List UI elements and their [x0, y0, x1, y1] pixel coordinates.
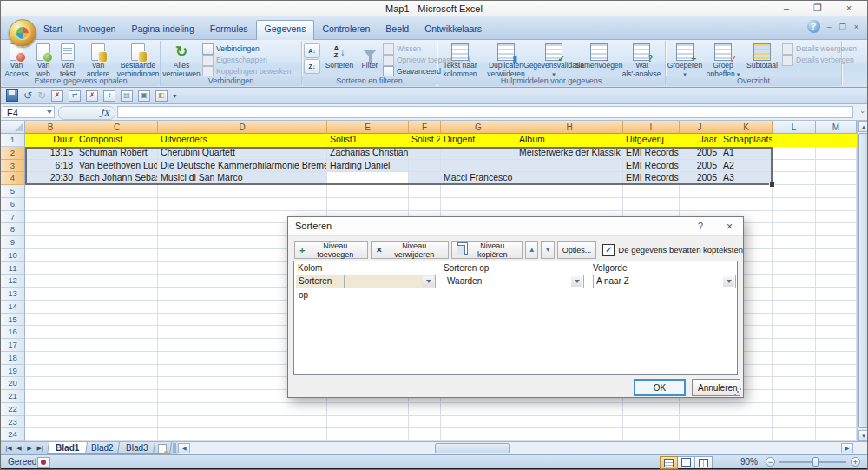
cell-D2[interactable]: Cherubini Quartett — [158, 147, 327, 160]
cell-B2[interactable]: 13:15 — [25, 147, 76, 160]
cell-B9[interactable] — [25, 236, 76, 249]
print-preview-icon[interactable]: ▤ — [121, 90, 133, 102]
cell-K3[interactable]: A2 — [720, 160, 773, 173]
cell-D3[interactable]: Die Deutsche Kammerphilarmonie Bremen — [158, 160, 327, 173]
copy-level-button[interactable]: Niveau kopiëren — [451, 241, 523, 259]
fill-color-icon[interactable]: ◧ — [155, 90, 168, 102]
workbook-close-icon[interactable]: × — [854, 23, 858, 31]
cell-H4[interactable] — [516, 172, 623, 185]
column-header-B[interactable]: B — [25, 121, 76, 134]
cell-G5[interactable] — [441, 185, 516, 198]
cell-I1[interactable]: Uitgeverij — [623, 134, 680, 147]
cell-L6[interactable] — [773, 198, 816, 211]
cell-I24[interactable] — [623, 428, 680, 441]
save-icon[interactable] — [6, 89, 18, 102]
cell-B18[interactable] — [25, 352, 76, 365]
tab-pagina-indeling[interactable]: Pagina-indeling — [123, 20, 201, 40]
cell-B19[interactable] — [25, 365, 76, 378]
macro-record-icon[interactable] — [37, 457, 50, 468]
cell-C6[interactable] — [76, 198, 158, 211]
cell-K22[interactable] — [720, 403, 773, 416]
cell-M8[interactable] — [816, 223, 857, 236]
dialog-close-icon[interactable]: × — [727, 221, 733, 233]
cell-M6[interactable] — [816, 198, 857, 211]
ok-button[interactable]: OK — [634, 379, 686, 396]
cell-C15[interactable] — [76, 314, 158, 327]
cell-B3[interactable]: 6:18 — [25, 160, 76, 173]
cell-K6[interactable] — [720, 198, 773, 211]
minimize-icon[interactable]: – — [780, 3, 792, 14]
row-header-2[interactable]: 2 — [1, 147, 25, 160]
insert-function-button[interactable]: ƒx — [58, 106, 115, 120]
cell-L22[interactable] — [773, 403, 816, 416]
row-header-9[interactable]: 9 — [1, 236, 25, 249]
cell-M13[interactable] — [816, 288, 857, 301]
tab-beeld[interactable]: Beeld — [378, 20, 417, 40]
cell-D24[interactable] — [158, 428, 327, 441]
cell-B1[interactable]: Duur — [25, 134, 76, 147]
row-header-24[interactable]: 24 — [1, 428, 25, 441]
row-header-10[interactable]: 10 — [1, 249, 25, 262]
workbook-minimize-icon[interactable]: – — [827, 23, 832, 31]
cancel-button[interactable]: Annuleren — [692, 379, 740, 396]
insert-cells-icon[interactable]: ⇄ — [69, 90, 81, 102]
duplicaten-verwijderen-button[interactable]: Duplicaten verwijderen — [483, 42, 529, 79]
cell-I6[interactable] — [623, 198, 680, 211]
prev-sheet-icon[interactable]: ◀ — [15, 445, 23, 452]
fill-handle[interactable] — [769, 182, 775, 188]
page-layout-view-button[interactable] — [677, 456, 695, 469]
cell-C14[interactable] — [76, 301, 158, 314]
dropdown-chevron-icon[interactable] — [571, 276, 582, 287]
cell-B12[interactable] — [25, 275, 76, 288]
cell-F24[interactable] — [409, 428, 441, 441]
cell-L5[interactable] — [773, 185, 816, 198]
formula-input[interactable] — [117, 106, 853, 118]
cell-E2[interactable]: Zacharias Christian — [327, 147, 409, 160]
resize-grip[interactable] — [734, 388, 741, 395]
groep-opheffen-button[interactable]: Groep opheffen — [704, 42, 742, 79]
row-header-8[interactable]: 8 — [1, 223, 25, 236]
cell-B16[interactable] — [25, 326, 76, 339]
cell-M16[interactable] — [816, 326, 857, 339]
row-header-23[interactable]: 23 — [1, 416, 25, 429]
cell-B4[interactable]: 20:30 — [25, 172, 76, 185]
sort-order-dropdown[interactable]: A naar Z — [593, 275, 736, 288]
cell-L9[interactable] — [773, 236, 816, 249]
cell-H23[interactable] — [516, 416, 623, 429]
cell-C3[interactable]: Van Beethoven Ludwig — [76, 160, 158, 173]
cell-F4[interactable] — [409, 172, 441, 185]
tekst-naar-kolommen-button[interactable]: Tekst naar kolommen — [437, 42, 483, 79]
cell-I3[interactable]: EMI Records — [623, 160, 680, 173]
cell-L17[interactable] — [773, 339, 816, 352]
cell-L13[interactable] — [773, 288, 816, 301]
row-header-20[interactable]: 20 — [1, 377, 25, 390]
row-header-21[interactable]: 21 — [1, 390, 25, 403]
cell-L15[interactable] — [773, 314, 816, 327]
cell-L11[interactable] — [773, 262, 816, 275]
cell-G3[interactable] — [441, 160, 516, 173]
add-level-button[interactable]: +Niveau toevoegen — [294, 241, 368, 259]
cell-L21[interactable] — [773, 390, 816, 403]
cell-F22[interactable] — [409, 403, 441, 416]
cell-B20[interactable] — [25, 377, 76, 390]
move-level-up-button[interactable]: ▲ — [525, 241, 538, 259]
zoom-level[interactable]: 90% — [740, 457, 758, 467]
cell-M15[interactable] — [816, 314, 857, 327]
cell-M10[interactable] — [816, 249, 857, 262]
cell-C7[interactable] — [76, 211, 158, 224]
tab-splitter[interactable] — [173, 443, 176, 453]
vertical-scroll-thumb[interactable] — [858, 133, 868, 428]
cell-G6[interactable] — [441, 198, 516, 211]
cell-L19[interactable] — [773, 365, 816, 378]
row-header-6[interactable]: 6 — [1, 198, 25, 211]
row-header-11[interactable]: 11 — [1, 262, 25, 275]
scroll-down-icon[interactable]: ▼ — [858, 430, 868, 441]
cell-F6[interactable] — [409, 198, 441, 211]
sheet-tab-blad1[interactable]: Blad1 — [47, 442, 88, 454]
cell-F1[interactable]: Solist 2 — [409, 134, 441, 147]
cell-C2[interactable]: Schuman Robert — [76, 147, 158, 160]
cell-G1[interactable]: Dirigent — [441, 134, 516, 147]
cell-L10[interactable] — [773, 249, 816, 262]
tab-start[interactable]: Start — [36, 20, 70, 40]
cell-M4[interactable] — [816, 172, 857, 185]
